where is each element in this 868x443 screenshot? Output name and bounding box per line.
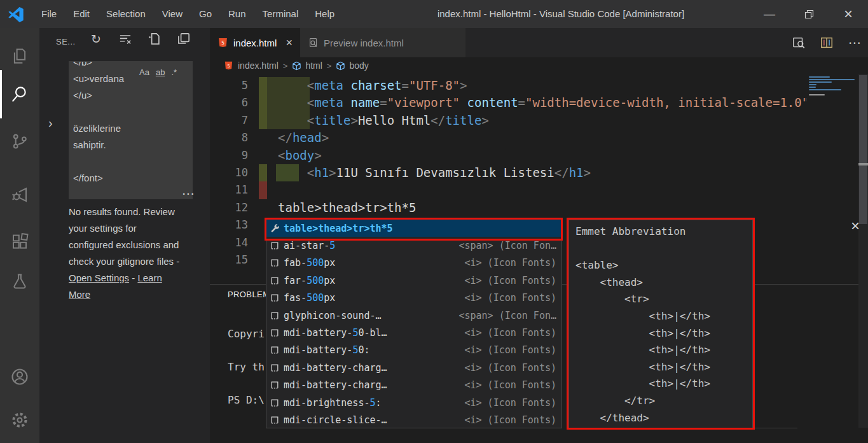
docs-line: </tr> xyxy=(575,393,752,410)
suggest-item[interactable]: fas-500px<i> (Icon Fonts) xyxy=(266,290,561,307)
code-line[interactable]: 11 xyxy=(210,181,806,199)
open-preview-icon[interactable] xyxy=(792,36,806,50)
suggest-item[interactable]: mdi-battery-50-bl…<i> (Icon Fonts) xyxy=(266,324,561,341)
code-text: <meta charset="UTF-8"> xyxy=(278,77,467,94)
split-editor-icon[interactable] xyxy=(820,36,834,50)
breadcrumb-body[interactable]: body xyxy=(349,60,368,71)
breadcrumb-file[interactable]: index.html xyxy=(238,60,279,71)
open-settings-link[interactable]: Open Settings xyxy=(69,272,129,283)
code-line[interactable]: 12table>thead>tr>th*5 xyxy=(210,199,806,216)
breadcrumb-html[interactable]: html xyxy=(305,60,322,71)
account-button[interactable] xyxy=(0,356,39,397)
minimap-line xyxy=(809,92,811,93)
more-actions-icon[interactable]: ⋯ xyxy=(182,186,196,201)
editor-scrollbar[interactable] xyxy=(858,74,868,428)
suggest-item[interactable]: far-500px<i> (Icon Fonts) xyxy=(266,272,561,289)
snippet-icon xyxy=(270,380,280,390)
line-number: 12 xyxy=(210,199,248,216)
menu-terminal[interactable]: Terminal xyxy=(254,0,307,28)
scrollbar-slider[interactable] xyxy=(859,75,867,224)
gutter-deleted-indicator xyxy=(259,181,267,199)
sidebar-item-source-control[interactable] xyxy=(0,121,39,162)
sidebar-item-search[interactable] xyxy=(0,74,39,115)
collapse-icon[interactable] xyxy=(177,32,191,46)
clear-search-results-icon[interactable] xyxy=(118,32,132,46)
menu-selection[interactable]: Selection xyxy=(98,0,154,28)
suggest-label: ai-star-5 xyxy=(284,240,335,251)
suggest-item[interactable]: mdi-battery-charg…<i> (Icon Fonts) xyxy=(266,377,561,394)
tab-problems[interactable]: PROBLEMS xyxy=(228,290,266,299)
minimap[interactable] xyxy=(806,74,858,428)
suggest-item[interactable]: mdi-circle-slice-…<i> (Icon Fonts) xyxy=(266,411,561,428)
suggest-detail: <i> (Icon Fonts) xyxy=(465,362,557,374)
code-line[interactable]: 10 <h1>11U Sınıfı Devamsızlık Listesi</h… xyxy=(210,164,806,181)
menu-go[interactable]: Go xyxy=(191,0,220,28)
suggest-item[interactable]: fab-500px<i> (Icon Fonts) xyxy=(266,255,561,272)
sidebar-item-testing[interactable] xyxy=(0,261,39,302)
symbol-cube-icon xyxy=(336,61,345,71)
code-line[interactable]: 5 <meta charset="UTF-8"> xyxy=(210,77,806,94)
run-debug-icon xyxy=(10,185,29,204)
tab-close-icon[interactable]: × xyxy=(286,36,293,50)
regex-icon[interactable]: .* xyxy=(171,67,177,77)
line-number: 14 xyxy=(210,234,248,251)
code-line[interactable]: 9<body> xyxy=(210,147,806,164)
sidebar-item-explorer[interactable] xyxy=(0,36,39,76)
sidebar-item-extensions[interactable] xyxy=(0,221,39,262)
suggest-detail: <i> (Icon Fonts) xyxy=(465,275,557,286)
docs-line: <th>|</th> xyxy=(575,342,752,359)
menu-help[interactable]: Help xyxy=(307,0,343,28)
symbol-cube-icon xyxy=(292,61,301,71)
suggest-item[interactable]: table>thead>tr>th*5 xyxy=(266,220,561,237)
tab-index-html[interactable]: 5 index.html × xyxy=(210,28,300,57)
code-line[interactable]: 7 <title>Hello Html</title> xyxy=(210,112,806,129)
restore-button[interactable] xyxy=(789,0,829,28)
match-case-icon[interactable]: Aa xyxy=(139,67,149,77)
refresh-icon[interactable]: ↻ xyxy=(89,32,103,46)
toggle-replace-chevron[interactable]: › xyxy=(48,116,53,130)
suggest-label: far-500px xyxy=(284,275,335,286)
line-number: 9 xyxy=(210,147,248,164)
sidebar-item-run-and-debug[interactable] xyxy=(0,174,39,215)
minimap-line xyxy=(809,94,825,95)
docs-line: Emmet Abbreviation xyxy=(575,223,752,241)
suggest-item[interactable]: glyphicon-sound-…<span> (Icon Fon… xyxy=(266,307,561,324)
settings-button[interactable] xyxy=(0,400,39,440)
suggest-item[interactable]: mdi-brightness-5:<i> (Icon Fonts) xyxy=(266,394,561,411)
suggest-label: mdi-circle-slice-… xyxy=(284,414,387,426)
suggest-label: table>thead>tr>th*5 xyxy=(284,223,393,234)
new-search-editor-icon[interactable] xyxy=(148,32,162,46)
suggest-item[interactable]: ai-star-5<span> (Icon Fon… xyxy=(266,237,561,254)
line-number: 8 xyxy=(210,129,248,146)
editor-more-actions-icon[interactable]: ⋯ xyxy=(848,36,862,50)
tab-preview-index-html[interactable]: Preview index.html xyxy=(300,28,465,57)
suggest-detail: <span> (Icon Fon… xyxy=(458,310,556,321)
suggest-item[interactable]: mdi-battery-50:<i> (Icon Fonts) xyxy=(266,342,561,359)
editor-tabbar: 5 index.html × Preview index.html ⋯ xyxy=(210,28,868,57)
minimize-button[interactable]: — xyxy=(750,0,789,28)
snippet-icon xyxy=(270,241,280,251)
snippet-icon xyxy=(270,363,280,373)
suggest-detail: <i> (Icon Fonts) xyxy=(465,292,557,304)
extensions-icon xyxy=(10,232,29,251)
search-sidebar: SE... ↻ › </b><u>verdana</u> özeliklerin… xyxy=(39,28,210,443)
html5-icon: 5 xyxy=(224,60,233,71)
whole-word-icon[interactable]: ab xyxy=(156,67,165,77)
docs-line xyxy=(575,241,752,258)
search-input[interactable]: </b><u>verdana</u> özeliklerinesahiptir.… xyxy=(69,61,193,199)
code-text: <meta name="viewport" content="width=dev… xyxy=(278,94,806,111)
menu-edit[interactable]: Edit xyxy=(65,0,98,28)
snippet-icon xyxy=(270,398,280,408)
menu-view[interactable]: View xyxy=(154,0,191,28)
code-line[interactable]: 6 <meta name="viewport" content="width=d… xyxy=(210,94,806,111)
minimap-line xyxy=(809,89,841,90)
code-line[interactable]: 8</head> xyxy=(210,129,806,146)
close-icon[interactable]: × xyxy=(851,218,860,234)
close-window-button[interactable]: × xyxy=(829,0,868,28)
code-text: table>thead>tr>th*5 xyxy=(278,199,416,216)
menu-file[interactable]: File xyxy=(33,0,65,28)
suggest-item[interactable]: mdi-battery-charg…<i> (Icon Fonts) xyxy=(266,359,561,376)
menu-run[interactable]: Run xyxy=(220,0,254,28)
minimap-line xyxy=(809,81,832,83)
no-results-text: No results found. Review your settings f… xyxy=(69,206,179,267)
